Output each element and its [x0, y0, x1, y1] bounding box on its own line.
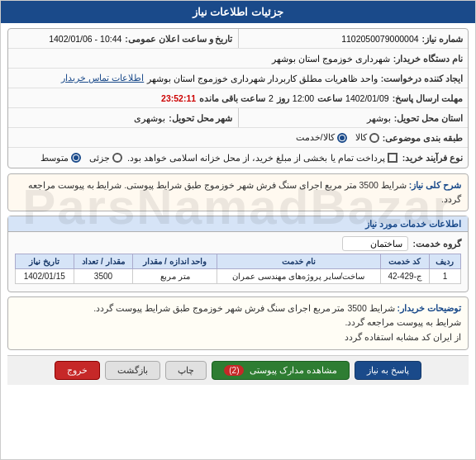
col-unit: واحد اندازه / مقدار: [133, 254, 217, 268]
divider: [238, 29, 239, 48]
service-info-section: اطلاعات خدمات مورد نیاز گروه خدمت: ساختم…: [7, 216, 469, 292]
info-row-3: ایجاد کننده درخواست: واحد ظاهریات مطلق ک…: [8, 69, 468, 88]
radio-khedmat-label: کالا/خدمت: [296, 132, 335, 143]
contract-radio-group: جزئی متوسط: [40, 153, 122, 164]
info-row-1: شماره نیاز: 1102050079000004 تاریخ و ساع…: [8, 29, 468, 49]
divider2: [238, 108, 239, 127]
radio-kala-circle: [369, 133, 379, 143]
senddate-label: مهلت ارسال پاسخ:: [393, 93, 463, 103]
view-docs-label: مشاهده مدارک پیوستی: [250, 365, 337, 375]
info-row-5: استان محل تحویل: بوشهر شهر محل تحویل: بو…: [8, 108, 468, 128]
group-field-row: گروه خدمت: ساختمان: [15, 236, 461, 251]
province-label: استان محل تحویل:: [394, 113, 463, 123]
datetime-label: تاریخ و ساعت اعلان عمومی:: [125, 34, 232, 44]
datetime-value: 1402/01/06 - 10:44: [49, 34, 121, 44]
time-label: ساعت: [317, 93, 342, 103]
remaining-label: ساعت باقی مانده: [199, 93, 265, 103]
reply-button[interactable]: پاسخ به نیاز: [355, 361, 421, 380]
docs-badge: (2): [224, 365, 244, 376]
day-value: 2: [269, 93, 274, 103]
info-row-2: نام دستگاه خریدار: شهرداری خوزموج استان …: [8, 49, 468, 69]
radio-khedmat[interactable]: کالا/خدمت: [296, 132, 347, 143]
view-docs-button[interactable]: مشاهده مدارک پیوستی (2): [212, 361, 349, 380]
type-label: طبقه بندی موضوعی:: [383, 133, 463, 143]
services-table: ردیف کد خدمت نام خدمت واحد اندازه / مقدا…: [15, 254, 461, 284]
info-row-4: مهلت ارسال پاسخ: 1402/01/09 ساعت 12:00 ر…: [8, 88, 468, 108]
ticket-cell: شماره نیاز: 1102050079000004: [239, 31, 469, 46]
notes-label: توضیحات خریدار:: [397, 303, 461, 313]
province-cell: استان محل تحویل: بوشهر: [239, 111, 469, 126]
origin-label: ایجاد کننده درخواست:: [381, 74, 463, 83]
exit-button[interactable]: خروج: [55, 361, 100, 380]
page-title: جزئیات اطلاعات نیاز: [1, 1, 475, 23]
origin-cell: ایجاد کننده درخواست: واحد ظاهریات مطلق ک…: [8, 70, 468, 86]
ticket-label: شماره نیاز:: [422, 34, 463, 44]
info-card: شماره نیاز: 1102050079000004 تاریخ و ساع…: [7, 28, 469, 168]
radio-jazzi-circle: [112, 153, 122, 163]
ticket-value: 1102050079000004: [341, 34, 418, 44]
service-info-header: اطلاعات خدمات مورد نیاز: [8, 216, 468, 232]
city-label: شهر محل تحویل:: [169, 113, 232, 123]
datetime-cell: تاریخ و ساعت اعلان عمومی: 1402/01/06 - 1…: [8, 31, 238, 46]
radio-mosavvat[interactable]: متوسط: [40, 153, 81, 164]
payment-check-label: پرداخت تمام یا بخشی از مبلغ خرید، از محل…: [127, 153, 385, 164]
type-cell: طبقه بندی موضوعی: کالا کالا/خدمت: [8, 130, 468, 145]
radio-jazzi[interactable]: جزئی: [89, 153, 122, 164]
senddate-value: 1402/01/09: [345, 93, 389, 103]
radio-kala[interactable]: کالا: [355, 132, 379, 143]
time-value: 12:00: [293, 93, 314, 103]
col-code: کد خدمت: [380, 254, 429, 268]
info-row-8: نوع فرآیند خرید: پرداخت تمام یا بخشی از …: [8, 148, 468, 168]
type-radio-group: کالا کالا/خدمت: [296, 132, 379, 143]
payment-checkbox: [388, 153, 397, 163]
col-name: نام خدمت: [217, 254, 380, 268]
radio-mosavvat-label: متوسط: [40, 153, 69, 164]
day-label: روز: [277, 93, 289, 103]
radio-jazzi-label: جزئی: [89, 153, 110, 164]
province-value: بوشهر: [367, 113, 391, 123]
notes-box: توضیحات خریدار: شرایط 3500 متر مربع اجرا…: [7, 296, 469, 351]
description-box: شرح کلی نیاز: شرایط 3500 متر مربع اجرای …: [7, 173, 469, 211]
service-info-body: گروه خدمت: ساختمان ردیف کد خدمت نام خدمت…: [8, 232, 468, 292]
col-date: تاریخ نیاز: [16, 254, 74, 268]
table-row: 1ج-429-42ساخت/سایر پروژه‌های مهندسی عمرا…: [16, 268, 461, 283]
desc-text: شرایط 3500 متر مربع اجرای سنگ فرش شهر خو…: [28, 180, 461, 204]
service-info-title: اطلاعات خدمات مورد نیاز: [365, 219, 461, 229]
city-cell: شهر محل تحویل: بوشهری: [8, 111, 238, 126]
desc-title: شرح کلی نیاز:: [409, 180, 461, 190]
col-row: ردیف: [429, 254, 460, 268]
requester-cell: نام دستگاه خریدار: شهرداری خوزموج استان …: [8, 51, 468, 66]
footer-bar: پاسخ به نیاز مشاهده مدارک پیوستی (2) چاپ…: [7, 355, 469, 385]
requester-value: شهرداری خوزموج استان بوشهر: [272, 54, 390, 64]
requester-label: نام دستگاه خریدار:: [393, 54, 463, 64]
contract-label: نوع فرآیند خرید:: [402, 153, 463, 163]
radio-mosavvat-circle: [71, 153, 81, 163]
remaining-value: 23:52:11: [161, 93, 196, 103]
print-button[interactable]: چاپ: [165, 361, 207, 380]
contract-cell: نوع فرآیند خرید: پرداخت تمام یا بخشی از …: [8, 150, 468, 166]
group-value: ساختمان: [342, 236, 408, 251]
back-button[interactable]: بازگشت: [105, 361, 160, 380]
city-value: بوشهری: [134, 113, 165, 123]
origin-value: واحد ظاهریات مطلق کاربردار شهرداری خوزمو…: [147, 74, 377, 83]
header-title: جزئیات اطلاعات نیاز: [193, 6, 283, 18]
col-amount: مقدار / تعداد: [74, 254, 133, 268]
radio-khedmat-circle: [337, 133, 347, 143]
group-label: گروه خدمت:: [413, 239, 461, 249]
contact-link[interactable]: اطلاعات تماس خریدار: [61, 73, 144, 83]
payment-check[interactable]: پرداخت تمام یا بخشی از مبلغ خرید، از محل…: [127, 153, 397, 164]
senddate-cell: مهلت ارسال پاسخ: 1402/01/09 ساعت 12:00 ر…: [8, 91, 468, 106]
info-row-7: طبقه بندی موضوعی: کالا کالا/خدمت: [8, 128, 468, 148]
radio-kala-label: کالا: [355, 132, 367, 143]
